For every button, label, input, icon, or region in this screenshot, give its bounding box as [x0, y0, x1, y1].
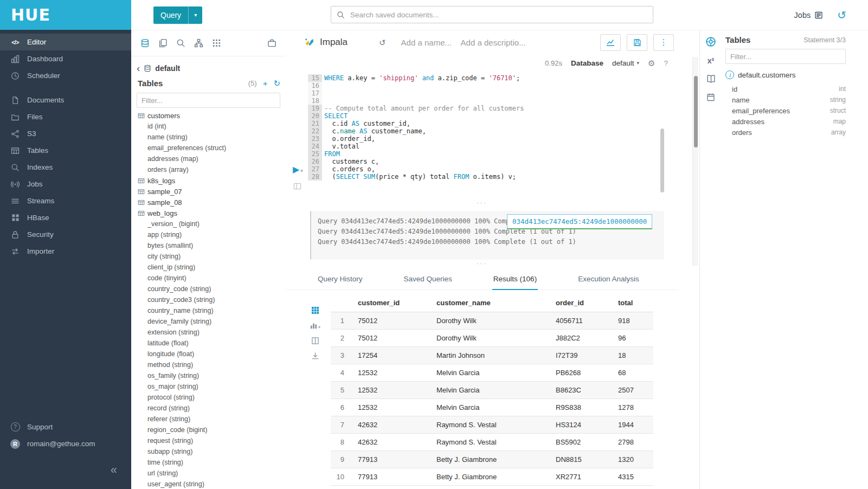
- sidebar-item-documents[interactable]: Documents: [0, 92, 131, 108]
- schedule-icon[interactable]: [706, 93, 715, 101]
- query-dropdown-caret[interactable]: ▾: [188, 7, 202, 24]
- new-query-button[interactable]: Query ▾: [153, 7, 202, 24]
- result-row[interactable]: 412532Melvin GarciaPB626868: [331, 364, 653, 382]
- result-row[interactable]: 612532Melvin GarciaR9S8381278: [331, 399, 653, 416]
- editor-scrollbar-thumb[interactable]: [660, 128, 664, 192]
- editor-help-icon[interactable]: ?: [664, 59, 668, 67]
- apps-source-icon[interactable]: [212, 38, 221, 48]
- column-entry[interactable]: latitude (float): [131, 338, 286, 349]
- assist-filter-input[interactable]: [137, 93, 280, 108]
- support-link[interactable]: ? Support: [0, 419, 131, 435]
- column-entry[interactable]: protocol (string): [131, 392, 286, 403]
- database-select[interactable]: default ▾: [612, 59, 639, 67]
- column-entry[interactable]: _version_ (bigint): [131, 218, 286, 229]
- column-header-customer-name[interactable]: customer_name: [436, 293, 556, 312]
- main-scrollbar[interactable]: [692, 57, 698, 266]
- right-column-id[interactable]: idint: [725, 83, 846, 94]
- column-entry[interactable]: record (string): [131, 403, 286, 414]
- table-entry-customers[interactable]: customers: [131, 110, 286, 121]
- sidebar-item-files[interactable]: Files: [0, 108, 131, 125]
- execute-button[interactable]: ▶ ▾: [293, 165, 303, 174]
- right-column-addresses[interactable]: addressesmap: [725, 116, 846, 127]
- active-table-entry[interactable]: i default.customers: [725, 70, 846, 79]
- tab-saved-queries[interactable]: Saved Queries: [403, 269, 453, 290]
- hue-logo[interactable]: HUE: [0, 0, 131, 30]
- format-statement-icon[interactable]: [293, 182, 301, 190]
- columns-view-icon[interactable]: [311, 337, 319, 345]
- resize-handle-top[interactable]: ···: [286, 200, 678, 208]
- editor-settings-icon[interactable]: ⚙: [648, 59, 655, 67]
- jobs-link[interactable]: Jobs: [794, 11, 824, 20]
- column-entry[interactable]: name (string): [131, 132, 286, 143]
- result-row[interactable]: 317254Martin JohnsonI72T3918: [331, 347, 653, 364]
- column-entry[interactable]: app (string): [131, 229, 286, 240]
- column-entry[interactable]: orders (array): [131, 164, 286, 175]
- column-entry[interactable]: subapp (string): [131, 446, 286, 457]
- language-reference-icon[interactable]: [706, 74, 716, 83]
- sidebar-item-indexes[interactable]: Indexes: [0, 159, 131, 176]
- sidebar-item-jobs[interactable]: Jobs: [0, 176, 131, 192]
- sidebar-item-tables[interactable]: Tables: [0, 142, 131, 159]
- query-history-icon[interactable]: ↺: [837, 10, 846, 21]
- chart-button[interactable]: [600, 34, 621, 51]
- main-scrollbar-thumb[interactable]: [694, 76, 698, 147]
- column-entry[interactable]: user_agent (string): [131, 479, 286, 489]
- back-chevron-icon[interactable]: ‹: [137, 63, 140, 73]
- sidebar-item-s3[interactable]: S3: [0, 125, 131, 142]
- chart-type-caret-icon[interactable]: ▾: [318, 325, 320, 330]
- snippet-history-icon[interactable]: ↺: [379, 38, 386, 47]
- result-row[interactable]: 977913Betty J. GiambroneDN88151320: [331, 451, 653, 468]
- sidebar-item-streams[interactable]: Streams: [0, 192, 131, 209]
- right-column-email-preferences[interactable]: email_preferencesstruct: [725, 105, 846, 116]
- table-entry-sample-07[interactable]: sample_07: [131, 186, 286, 197]
- column-entry[interactable]: device_family (string): [131, 316, 286, 327]
- column-entry[interactable]: addresses (map): [131, 153, 286, 164]
- documents-source-icon[interactable]: [158, 38, 168, 48]
- column-entry[interactable]: country_name (string): [131, 305, 286, 316]
- result-row[interactable]: 512532Melvin GarciaB8623C2507: [331, 382, 653, 399]
- sidebar-item-security[interactable]: Security: [0, 226, 131, 243]
- user-account[interactable]: R romain@gethue.com: [0, 435, 131, 452]
- query-id-tooltip[interactable]: 034d413ec7474ed5:4249de1000000000: [507, 214, 652, 229]
- column-entry[interactable]: method (string): [131, 359, 286, 370]
- column-entry[interactable]: referer (string): [131, 414, 286, 424]
- column-entry[interactable]: country_code3 (string): [131, 294, 286, 305]
- more-options-button[interactable]: ⋮: [653, 34, 674, 51]
- column-header-order-id[interactable]: order_id: [556, 293, 618, 312]
- column-entry[interactable]: request (string): [131, 435, 286, 446]
- resize-handle-bottom[interactable]: ···: [286, 261, 678, 268]
- column-entry[interactable]: url (string): [131, 468, 286, 479]
- sidebar-item-hbase[interactable]: HBase: [0, 209, 131, 226]
- table-entry-web-logs[interactable]: web_logs: [131, 208, 286, 218]
- column-entry[interactable]: time (string): [131, 457, 286, 468]
- refresh-tables-icon[interactable]: ↻: [273, 79, 280, 87]
- column-entry[interactable]: extension (string): [131, 327, 286, 338]
- collapse-sidebar-button[interactable]: «: [111, 463, 117, 477]
- query-name-input[interactable]: [400, 37, 456, 48]
- execute-options-caret-icon[interactable]: ▾: [300, 168, 303, 173]
- result-row[interactable]: 175012Dorothy Wilk4056711918: [331, 312, 653, 330]
- column-entry[interactable]: code (tinyint): [131, 273, 286, 284]
- right-column-orders[interactable]: ordersarray: [725, 127, 846, 138]
- query-description-input[interactable]: [460, 37, 530, 48]
- sql-editor[interactable]: 15WHERE a.key = 'shipping' and a.zip_cod…: [286, 74, 678, 181]
- column-entry[interactable]: os_major (string): [131, 381, 286, 392]
- result-row[interactable]: 842632Raymond S. VestalBS59022798: [331, 434, 653, 451]
- chart-view-icon[interactable]: ▾: [310, 321, 320, 330]
- sidebar-item-scheduler[interactable]: Scheduler: [0, 67, 131, 84]
- tab-results-106-[interactable]: Results (106): [492, 269, 538, 290]
- sitemap-source-icon[interactable]: [194, 38, 203, 48]
- sidebar-item-dashboard[interactable]: Dashboard: [0, 50, 131, 67]
- sidebar-item-importer[interactable]: Importer: [0, 243, 131, 260]
- save-button[interactable]: [627, 34, 647, 51]
- grid-view-icon[interactable]: [311, 306, 319, 314]
- column-header-total[interactable]: total: [618, 293, 653, 312]
- column-entry[interactable]: longitude (float): [131, 349, 286, 359]
- column-entry[interactable]: client_ip (string): [131, 262, 286, 273]
- column-entry[interactable]: bytes (smallint): [131, 240, 286, 251]
- search-input[interactable]: [349, 10, 647, 20]
- search-source-icon[interactable]: [176, 38, 185, 48]
- right-column-name[interactable]: namestring: [725, 94, 846, 105]
- tab-query-history[interactable]: Query History: [317, 269, 364, 290]
- column-entry[interactable]: country_code (string): [131, 284, 286, 294]
